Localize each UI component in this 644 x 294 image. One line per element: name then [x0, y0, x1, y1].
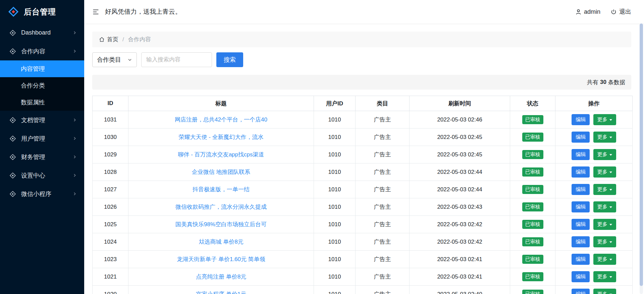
- cell-title: 夶选商城 单价8元: [128, 233, 314, 251]
- cell-user-id: 1010: [314, 111, 356, 129]
- cell-id: 1026: [93, 198, 128, 216]
- cell-user-id: 1010: [314, 163, 356, 181]
- cell-id: 1023: [93, 251, 128, 268]
- vertical-scrollbar[interactable]: [640, 23, 643, 294]
- column-header: 刷新时间: [410, 96, 510, 111]
- caret-down-icon: [609, 119, 612, 121]
- cell-actions: 编辑 更多: [555, 198, 633, 216]
- category-select-value: 合作类目: [97, 56, 121, 64]
- more-button[interactable]: 更多: [593, 114, 616, 125]
- more-button[interactable]: 更多: [593, 271, 616, 282]
- cell-status: 已审核: [510, 129, 555, 146]
- cell-time: 2022-05-03 02:45: [410, 146, 510, 163]
- topbar-right: admin 退出: [575, 8, 631, 16]
- more-button-label: 更多: [597, 274, 607, 279]
- edit-button[interactable]: 编辑: [572, 289, 590, 294]
- title-link[interactable]: 夶选商城 单价8元: [199, 239, 243, 245]
- column-header: 类目: [356, 96, 410, 111]
- cell-actions: 编辑 更多: [555, 146, 633, 163]
- chevron-right-icon: [72, 136, 77, 141]
- sidebar-menu-item[interactable]: 微信小程序: [0, 185, 84, 203]
- cell-actions: 编辑 更多: [555, 268, 633, 286]
- sidebar-menu-item[interactable]: Dashboard: [0, 23, 84, 42]
- edit-button[interactable]: 编辑: [572, 166, 590, 178]
- category-select[interactable]: 合作类目: [92, 52, 137, 67]
- more-button[interactable]: 更多: [593, 166, 616, 178]
- cell-user-id: 1010: [314, 268, 356, 286]
- title-link[interactable]: 宜家小程序 单价1元: [196, 291, 246, 294]
- title-link[interactable]: 国美真快乐98%空白市场独立后台可: [175, 221, 267, 228]
- edit-button[interactable]: 编辑: [572, 271, 590, 282]
- more-button[interactable]: 更多: [593, 219, 616, 230]
- cell-actions: 编辑 更多: [555, 181, 633, 198]
- cell-time: 2022-05-03 02:40: [410, 286, 510, 294]
- title-link[interactable]: 抖音极速版，一单一结: [193, 186, 250, 193]
- status-badge: 已审核: [522, 133, 543, 142]
- sidebar-submenu-item[interactable]: 内容管理: [0, 60, 84, 77]
- cell-actions: 编辑 更多: [555, 216, 633, 233]
- cell-actions: 编辑 更多: [555, 233, 633, 251]
- table-row: 1027 抖音极速版，一单一结 1010 广告主 2022-05-03 02:4…: [93, 181, 633, 198]
- search-button[interactable]: 搜索: [216, 52, 243, 67]
- edit-button[interactable]: 编辑: [572, 219, 590, 230]
- edit-button[interactable]: 编辑: [572, 236, 590, 247]
- logout-button[interactable]: 退出: [610, 8, 631, 16]
- user-menu[interactable]: admin: [575, 8, 600, 15]
- scrollbar-thumb[interactable]: [640, 23, 643, 286]
- cell-category: 广告主: [356, 129, 410, 146]
- breadcrumb-home-label: 首页: [107, 36, 118, 43]
- breadcrumb-home[interactable]: 首页: [99, 36, 118, 43]
- title-link[interactable]: 龙湖天街新单子 单价1.60元 简单领: [177, 256, 265, 262]
- edit-button[interactable]: 编辑: [572, 184, 590, 195]
- more-button[interactable]: 更多: [593, 132, 616, 143]
- cell-id: 1027: [93, 181, 128, 198]
- search-input[interactable]: [141, 52, 212, 67]
- table-row: 1026 微信收款码推广，流水分润永久提成 1010 广告主 2022-05-0…: [93, 198, 633, 216]
- menu-item-icon: [9, 154, 16, 160]
- status-badge: 已审核: [522, 150, 543, 159]
- cell-status: 已审核: [510, 146, 555, 163]
- sidebar-menu-item[interactable]: 财务管理: [0, 148, 84, 166]
- sidebar-menu-item[interactable]: 设置中心: [0, 166, 84, 185]
- cell-title: 微信收款码推广，流水分润永久提成: [128, 198, 314, 216]
- more-button[interactable]: 更多: [593, 254, 616, 265]
- menu-item-icon: [9, 30, 16, 36]
- status-badge: 已审核: [522, 167, 543, 177]
- more-button[interactable]: 更多: [593, 149, 616, 160]
- stats-suffix: 条数据: [608, 79, 625, 86]
- cell-actions: 编辑 更多: [555, 286, 633, 294]
- menu-item-label: 设置中心: [21, 172, 72, 180]
- sidebar-submenu-item[interactable]: 数据属性: [0, 94, 84, 111]
- more-button[interactable]: 更多: [593, 289, 616, 294]
- status-badge: 已审核: [522, 237, 543, 246]
- more-button-label: 更多: [597, 291, 607, 294]
- edit-button[interactable]: 编辑: [572, 201, 590, 212]
- edit-button[interactable]: 编辑: [572, 254, 590, 265]
- title-link[interactable]: 企业微信 地推团队联系: [192, 169, 251, 175]
- cell-title: 网店注册，总共42个平台，一个店40: [128, 111, 314, 129]
- cell-user-id: 1010: [314, 198, 356, 216]
- edit-button[interactable]: 编辑: [572, 114, 590, 125]
- title-link[interactable]: 点亮纯注册 单价8元: [196, 274, 246, 280]
- status-badge: 已审核: [522, 115, 543, 124]
- edit-button[interactable]: 编辑: [572, 132, 590, 143]
- sidebar-menu-item[interactable]: 文档管理: [0, 111, 84, 129]
- status-badge: 已审核: [522, 185, 543, 194]
- more-button[interactable]: 更多: [593, 201, 616, 212]
- menu-item-label: 用户管理: [21, 135, 72, 143]
- edit-button[interactable]: 编辑: [572, 149, 590, 160]
- menu-fold-icon[interactable]: [92, 8, 99, 15]
- title-link[interactable]: 微信收款码推广，流水分润永久提成: [175, 204, 267, 210]
- sidebar-menu-item[interactable]: 合作内容: [0, 42, 84, 60]
- more-button[interactable]: 更多: [593, 236, 616, 247]
- menu-item-icon: [9, 48, 16, 55]
- cell-category: 广告主: [356, 233, 410, 251]
- caret-down-icon: [609, 172, 612, 173]
- more-button[interactable]: 更多: [593, 184, 616, 195]
- title-link[interactable]: 网店注册，总共42个平台，一个店40: [175, 116, 267, 123]
- sidebar-submenu-item[interactable]: 合作分类: [0, 77, 84, 94]
- sidebar-menu-item[interactable]: 用户管理: [0, 129, 84, 148]
- title-link[interactable]: 荣耀大天使 - 全新魔幻大作，流水: [178, 134, 263, 140]
- title-link[interactable]: 聊伴 - 百万流水交友app找cps渠道: [178, 151, 264, 158]
- stats-bar: 共有 30 条数据: [92, 75, 631, 90]
